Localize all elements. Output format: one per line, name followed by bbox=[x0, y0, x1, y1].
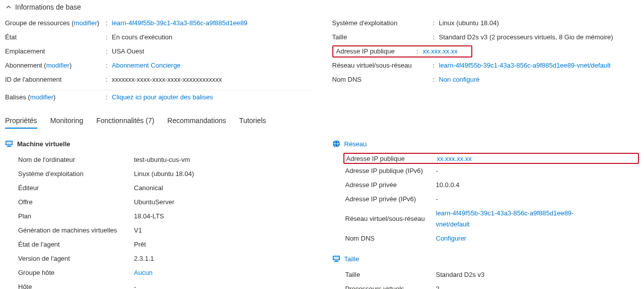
value-size: Standard D2s v3 (2 processeurs virtuels,… bbox=[439, 32, 639, 42]
group-size-title: Taille bbox=[344, 255, 360, 263]
net-pubip-v[interactable]: xx.xxx.xx.xx bbox=[437, 155, 472, 162]
vm-plan-v: 18.04-LTS bbox=[134, 211, 312, 222]
vm-gen-v: V1 bbox=[134, 225, 312, 236]
label-vnet: Réseau virtuel/sous-réseau bbox=[332, 61, 433, 71]
chevron-up-icon bbox=[5, 4, 12, 11]
net-pubip6-v: - bbox=[436, 165, 602, 177]
vm-os-k: Système d'exploitation bbox=[18, 168, 134, 180]
link-modify-sub[interactable]: modifier bbox=[46, 62, 69, 69]
net-vnet-k: Réseau virtuel/sous-réseau bbox=[345, 213, 436, 224]
label-tags: Balises (modifier) bbox=[5, 92, 106, 102]
label-public-ip: Adresse IP publique bbox=[336, 46, 417, 56]
link-vnet[interactable]: learn-4f49f55b-39c1-43a3-856c-a9f885d1ee… bbox=[439, 62, 611, 69]
net-pubip6-k: Adresse IP publique (IPv6) bbox=[345, 165, 436, 177]
label-subscription: Abonnement (modifier) bbox=[5, 61, 106, 71]
vm-agent-v: Prêt bbox=[134, 239, 312, 250]
net-privip-v: 10.0.0.4 bbox=[436, 180, 602, 191]
vm-offer-v: UbuntuServer bbox=[134, 197, 312, 208]
vm-hostgrp-v[interactable]: Aucun bbox=[134, 269, 153, 276]
link-dns[interactable]: Non configuré bbox=[439, 76, 480, 83]
highlight-public-ip: Adresse IP publique : xx.xxx.xx.xx bbox=[332, 45, 472, 57]
essentials-toggle[interactable]: Informations de base bbox=[5, 3, 639, 11]
group-network-title: Réseau bbox=[344, 140, 367, 148]
value-state: En cours d'exécution bbox=[112, 32, 312, 42]
label-state: État bbox=[5, 32, 106, 42]
vm-publisher-k: Éditeur bbox=[18, 183, 134, 194]
svg-rect-8 bbox=[333, 257, 339, 260]
label-subscription-id: ID de l'abonnement bbox=[5, 75, 106, 85]
label-resource-group: Groupe de ressources (modifier) bbox=[5, 18, 106, 28]
group-network[interactable]: Réseau bbox=[332, 140, 639, 148]
tab-monitoring[interactable]: Monitoring bbox=[50, 113, 83, 129]
group-size[interactable]: Taille bbox=[332, 255, 639, 263]
group-vm-title: Machine virtuelle bbox=[17, 140, 70, 148]
vm-icon bbox=[5, 140, 13, 148]
size-vcpu-k: Processeurs virtuels bbox=[345, 283, 436, 289]
label-location: Emplacement bbox=[5, 46, 106, 56]
value-subscription-id: xxxxxxx-xxxx-xxxx-xxxx-xxxxxxxxxxxx bbox=[112, 75, 312, 85]
vm-agentv-v: 2.3.1.1 bbox=[134, 253, 312, 264]
link-public-ip[interactable]: xx.xxx.xx.xx bbox=[423, 47, 458, 55]
link-modify-tags[interactable]: modifier bbox=[30, 93, 53, 101]
group-vm: Machine virtuelle bbox=[5, 140, 312, 148]
net-privip6-v: - bbox=[436, 194, 602, 205]
tab-recommendations[interactable]: Recommandations bbox=[167, 113, 226, 129]
label-size: Taille bbox=[332, 32, 433, 42]
vm-os-v: Linux (ubuntu 18.04) bbox=[134, 168, 312, 180]
vm-agent-k: État de l'agent bbox=[18, 239, 134, 250]
value-os: Linux (ubuntu 18.04) bbox=[439, 18, 639, 28]
tab-features[interactable]: Fonctionnalités (7) bbox=[96, 113, 154, 129]
net-privip6-k: Adresse IP privée (IPv6) bbox=[345, 194, 436, 205]
vm-agentv-k: Version de l'agent bbox=[18, 253, 134, 264]
svg-rect-10 bbox=[334, 261, 339, 262]
size-size-v: Standard D2s v3 bbox=[436, 269, 602, 280]
tabs: Propriétés Monitoring Fonctionnalités (7… bbox=[5, 113, 639, 129]
vm-host-k: Hôte bbox=[18, 281, 134, 289]
size-size-k: Taille bbox=[345, 269, 436, 280]
link-resource-group[interactable]: learn-4f49f55b-39c1-43a3-856c-a9f885d1ee… bbox=[112, 19, 248, 27]
svg-rect-3 bbox=[7, 146, 12, 147]
label-os: Système d'exploitation bbox=[332, 18, 433, 28]
vm-offer-k: Offre bbox=[18, 197, 134, 208]
vm-plan-k: Plan bbox=[18, 211, 134, 222]
size-vcpu-v: 2 bbox=[436, 283, 602, 289]
vm-hostgrp-k: Groupe hôte bbox=[18, 267, 134, 278]
size-icon bbox=[332, 255, 340, 263]
link-modify-rg[interactable]: modifier bbox=[74, 19, 97, 27]
svg-rect-9 bbox=[335, 261, 338, 261]
network-icon bbox=[332, 140, 340, 148]
highlight-net-public-ip: Adresse IP publique xx.xxx.xx.xx bbox=[343, 153, 639, 164]
net-pubip-k: Adresse IP publique bbox=[346, 155, 437, 162]
vm-computer-k: Nom de l'ordinateur bbox=[18, 154, 134, 165]
vm-gen-k: Génération de machines virtuelles bbox=[18, 225, 134, 236]
svg-rect-2 bbox=[8, 146, 11, 146]
svg-rect-1 bbox=[7, 142, 12, 145]
label-dns: Nom DNS bbox=[332, 75, 433, 85]
vm-host-v: - bbox=[134, 281, 312, 289]
vm-computer-v: test-ubuntu-cus-vm bbox=[134, 154, 312, 165]
net-dns-k: Nom DNS bbox=[345, 233, 436, 244]
link-subscription[interactable]: Abonnement Concierge bbox=[112, 62, 181, 69]
value-location: USA Ouest bbox=[112, 46, 312, 56]
net-dns-v[interactable]: Configurer bbox=[436, 235, 467, 242]
tab-properties[interactable]: Propriétés bbox=[5, 113, 37, 129]
link-add-tags[interactable]: Cliquez ici pour ajouter des balises bbox=[112, 93, 213, 101]
tab-tutorials[interactable]: Tutoriels bbox=[239, 113, 266, 129]
vm-publisher-v: Canonical bbox=[134, 183, 312, 194]
net-privip-k: Adresse IP privée bbox=[345, 180, 436, 191]
essentials-title: Informations de base bbox=[15, 3, 81, 11]
net-vnet-v[interactable]: learn-4f49f55b-39c1-43a3-856c-a9f885d1ee… bbox=[436, 209, 574, 228]
